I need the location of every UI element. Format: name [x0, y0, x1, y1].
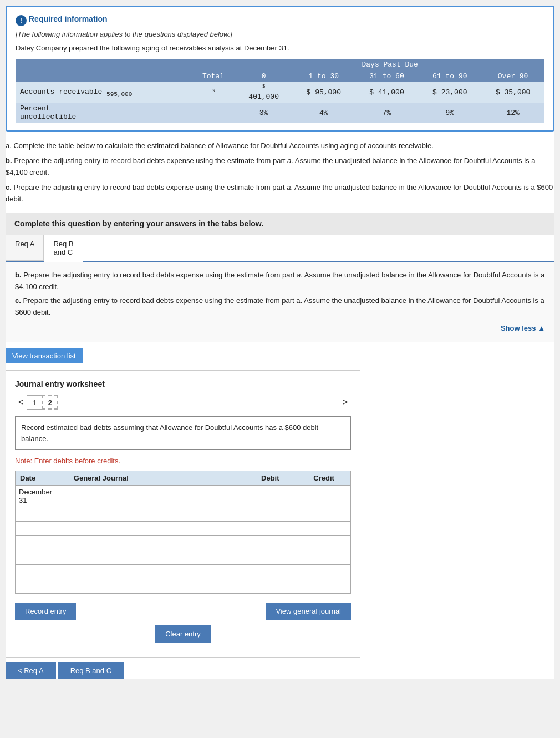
main-container: ! Required information [The following in…: [6, 6, 554, 679]
credit-cell-6[interactable]: [297, 565, 351, 579]
aging-table: Days Past Due Total 0 1 to 30 31 to 60 6…: [16, 59, 544, 123]
required-info-italic: [The following information applies to th…: [16, 30, 544, 38]
date-cell-6[interactable]: [16, 565, 69, 579]
credit-cell-7[interactable]: [297, 579, 351, 594]
percent-c2: 7%: [355, 103, 419, 123]
credit-cell-1[interactable]: [297, 486, 351, 507]
percent-total: [191, 103, 236, 123]
percent-label: Percentuncollectible: [16, 103, 191, 123]
date-cell-4[interactable]: [16, 536, 69, 550]
problem-c: c. Prepare the adjusting entry to record…: [6, 182, 554, 205]
debit-cell-6[interactable]: [243, 565, 297, 579]
complete-question-box: Complete this question by entering your …: [6, 213, 554, 235]
debit-cell-5[interactable]: [243, 550, 297, 565]
date-cell-3[interactable]: [16, 522, 69, 536]
debit-cell-3[interactable]: [243, 522, 297, 536]
debit-cell-1[interactable]: [243, 486, 297, 507]
journal-table: Date General Journal Debit Credit Decemb…: [15, 471, 351, 594]
debit-header: Debit: [243, 471, 297, 486]
journal-worksheet-title: Journal entry worksheet: [15, 380, 351, 388]
col-over90-header: Over 90: [481, 70, 544, 82]
date-cell-7[interactable]: [16, 579, 69, 594]
date-header: Date: [16, 471, 69, 486]
gj-cell-5[interactable]: [69, 550, 243, 565]
journal-row-5: [16, 550, 351, 565]
empty-header: [16, 59, 191, 70]
ar-c0: $401,000: [235, 82, 292, 103]
nav-req-a-button[interactable]: < Req A: [6, 662, 56, 679]
col-empty: [16, 70, 191, 82]
table-row-ar: Accounts receivable 595,000 $ $401,000 $…: [16, 82, 544, 103]
general-journal-header: General Journal: [69, 471, 243, 486]
percent-c1: 4%: [292, 103, 355, 123]
ar-total-super: $: [191, 82, 236, 103]
ar-label: Accounts receivable 595,000: [16, 82, 191, 103]
date-cell-1[interactable]: December31: [16, 486, 69, 507]
req-b-text: b. Prepare the adjusting entry to record…: [15, 270, 545, 293]
view-transaction-list-button[interactable]: View transaction list: [6, 348, 83, 363]
prev-page-arrow[interactable]: <: [15, 396, 27, 408]
table-row-percent: Percentuncollectible 3% 4% 7% 9% 12%: [16, 103, 544, 123]
col-61-90-header: 61 to 90: [418, 70, 481, 82]
gj-cell-7[interactable]: [69, 579, 243, 594]
bottom-nav: < Req A Req B and C: [6, 662, 554, 679]
req-c-text: c. Prepare the adjusting entry to record…: [15, 295, 545, 319]
ar-c4: $ 35,000: [481, 82, 544, 103]
gj-cell-1[interactable]: [69, 486, 243, 507]
problem-a: a. Complete the table below to calculate…: [6, 140, 554, 152]
days-past-due-header: Days Past Due: [235, 59, 544, 70]
show-less-button[interactable]: Show less ▲: [15, 323, 545, 335]
gj-cell-3[interactable]: [69, 522, 243, 536]
debit-cell-4[interactable]: [243, 536, 297, 550]
ar-c1: $ 95,000: [292, 82, 355, 103]
gj-cell-6[interactable]: [69, 565, 243, 579]
gj-cell-4[interactable]: [69, 536, 243, 550]
col-31-60-header: 31 to 60: [355, 70, 419, 82]
journal-row-1: December31: [16, 486, 351, 507]
credit-header: Credit: [297, 471, 351, 486]
ar-c3: $ 23,000: [418, 82, 481, 103]
credit-cell-4[interactable]: [297, 536, 351, 550]
journal-row-6: [16, 565, 351, 579]
journal-row-7: [16, 579, 351, 594]
required-info-text: Daley Company prepared the following agi…: [16, 44, 544, 52]
gj-cell-2[interactable]: [69, 507, 243, 522]
journal-row-2: [16, 507, 351, 522]
info-icon: !: [16, 15, 27, 26]
clear-entry-row: Clear entry: [15, 625, 351, 643]
date-cell-5[interactable]: [16, 550, 69, 565]
problem-text: a. Complete the table below to calculate…: [6, 140, 554, 205]
total-header-spacer: [191, 59, 236, 70]
journal-row-4: [16, 536, 351, 550]
ar-c2: $ 41,000: [355, 82, 419, 103]
nav-req-b-c-button[interactable]: Req B and C: [58, 662, 124, 679]
credit-cell-2[interactable]: [297, 507, 351, 522]
journal-row-3: [16, 522, 351, 536]
col-0-header: 0: [235, 70, 292, 82]
percent-c4: 12%: [481, 103, 544, 123]
req-b-content: b. Prepare the adjusting entry to record…: [6, 262, 554, 342]
pagination: < 1 2 >: [15, 395, 351, 410]
col-total-header: Total: [191, 70, 236, 82]
record-entry-button[interactable]: Record entry: [15, 603, 76, 620]
debit-cell-7[interactable]: [243, 579, 297, 594]
next-page-arrow[interactable]: >: [339, 396, 351, 408]
view-general-journal-button[interactable]: View general journal: [266, 603, 351, 620]
credit-cell-5[interactable]: [297, 550, 351, 565]
col-1-30-header: 1 to 30: [292, 70, 355, 82]
page-1[interactable]: 1: [27, 395, 42, 410]
tab-req-a[interactable]: Req A: [6, 235, 44, 261]
journal-entry-worksheet: Journal entry worksheet < 1 2 > Record e…: [6, 370, 360, 658]
date-cell-2[interactable]: [16, 507, 69, 522]
buttons-row-1: Record entry View general journal: [15, 603, 351, 620]
description-box: Record estimated bad debts assuming that…: [15, 416, 351, 450]
note-text: Note: Enter debits before credits.: [15, 457, 351, 465]
tab-req-b-c[interactable]: Req Band C: [44, 235, 83, 262]
percent-c3: 9%: [418, 103, 481, 123]
tabs-container: Req A Req Band C: [6, 235, 554, 262]
debit-cell-2[interactable]: [243, 507, 297, 522]
credit-cell-3[interactable]: [297, 522, 351, 536]
page-2[interactable]: 2: [42, 395, 58, 410]
clear-entry-button[interactable]: Clear entry: [155, 625, 211, 643]
problem-b: b. Prepare the adjusting entry to record…: [6, 155, 554, 179]
